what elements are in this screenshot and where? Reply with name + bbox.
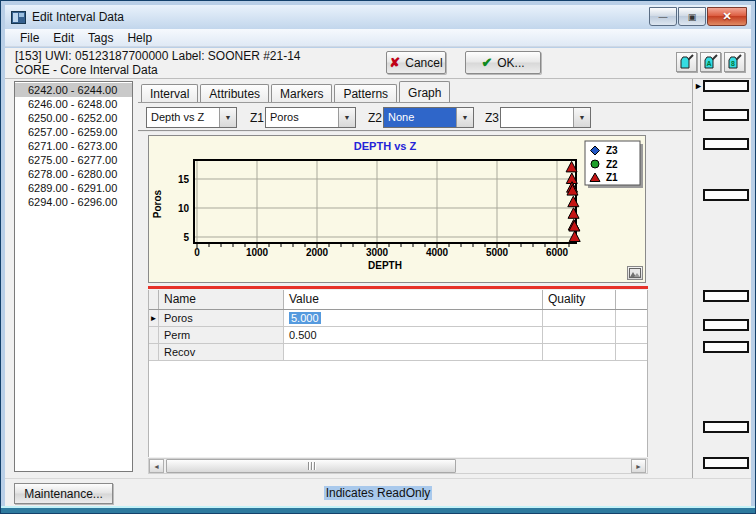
cell-name[interactable]: Perm (159, 327, 284, 344)
horizontal-scrollbar[interactable]: ◄ ► (148, 458, 648, 474)
readonly-note: Indicates ReadOnly (5, 486, 751, 500)
tab-interval[interactable]: Interval (141, 84, 198, 102)
record-info: [153] UWI: 05123187700000 Label: SOONER … (15, 49, 301, 77)
menu-item-file[interactable]: File (13, 30, 46, 46)
x-tick-label: 2000 (306, 247, 329, 258)
tab-patterns[interactable]: Patterns (334, 84, 397, 102)
tab-graph[interactable]: Graph (399, 81, 450, 102)
column-header-filler (616, 290, 647, 309)
svg-text:8: 8 (731, 60, 735, 67)
window-bottom-frame (1, 506, 756, 514)
menu-item-edit[interactable]: Edit (46, 30, 81, 46)
menu-item-tags[interactable]: Tags (81, 30, 120, 46)
cell-quality[interactable] (543, 327, 616, 344)
tab-strip: IntervalAttributesMarkersPatternsGraph (141, 82, 452, 102)
depth-strip-box[interactable] (703, 109, 749, 121)
interval-list-item[interactable]: 6289.00 - 6291.00 (15, 181, 132, 195)
main-area: 6242.00 - 6244.006246.00 - 6248.006250.0… (5, 78, 751, 478)
interval-list-item[interactable]: 6242.00 - 6244.00 (15, 83, 132, 97)
menu-bar: FileEditTagsHelp (5, 29, 751, 47)
cancel-label: Cancel (405, 56, 442, 70)
row-selector-header (149, 290, 159, 309)
z2-label: Z2 (368, 111, 382, 125)
cancel-button[interactable]: ✘ Cancel (386, 51, 446, 74)
depth-strip-box[interactable] (703, 319, 749, 331)
tag-blank-icon-button[interactable] (676, 52, 697, 72)
minimize-button[interactable]: — (649, 7, 677, 26)
column-header-quality[interactable]: Quality (543, 290, 616, 309)
ok-check-icon: ✔ (481, 55, 492, 70)
title-bar[interactable]: Edit Interval Data — ▣ ✕ (5, 5, 751, 29)
tag-toolbar: A8 (676, 52, 745, 72)
maximize-button[interactable]: ▣ (678, 7, 706, 26)
table-row[interactable]: Perm0.500 (149, 327, 647, 344)
depth-strip-box[interactable] (703, 290, 749, 302)
plot-type-combo[interactable]: Depth vs Z ▼ (146, 107, 237, 128)
plot-area (194, 160, 576, 243)
readonly-separator (148, 286, 648, 289)
scrollbar-thumb[interactable] (166, 459, 456, 473)
ok-button[interactable]: ✔ OK... (465, 51, 541, 74)
scroll-right-icon[interactable]: ► (631, 459, 646, 473)
z1-combo[interactable]: Poros ▼ (265, 107, 356, 128)
cell-value[interactable]: 0.500 (284, 327, 543, 344)
depth-strip-box[interactable] (703, 421, 749, 433)
depth-strip-box[interactable] (703, 457, 749, 469)
legend-label: Z2 (606, 159, 618, 170)
interval-list-item[interactable]: 6275.00 - 6277.00 (15, 153, 132, 167)
x-tick-label: 3000 (366, 247, 389, 258)
x-tick-label: 0 (194, 247, 200, 258)
z2-value: None (384, 108, 456, 127)
row-marker-icon (149, 327, 159, 344)
tab-markers[interactable]: Markers (271, 84, 332, 102)
tag-blank-icon (678, 54, 695, 70)
y-tick-label: 10 (178, 203, 190, 214)
chevron-down-icon[interactable]: ▼ (573, 108, 590, 127)
column-header-value[interactable]: Value (284, 290, 543, 309)
interval-list[interactable]: 6242.00 - 6244.006246.00 - 6248.006250.0… (14, 81, 133, 472)
close-button[interactable]: ✕ (707, 7, 747, 26)
chart-canvas: 010002000300040005000600051015DEPTH vs Z… (149, 136, 645, 282)
cell-value[interactable]: 5.000 (284, 310, 543, 327)
z3-combo[interactable]: ▼ (500, 107, 591, 128)
depth-strip-box[interactable] (703, 189, 749, 201)
z2-combo[interactable]: None ▼ (383, 107, 474, 128)
chevron-down-icon[interactable]: ▼ (219, 108, 236, 127)
chart-properties-button[interactable] (627, 266, 643, 280)
depth-strip-box[interactable] (703, 80, 749, 92)
interval-list-item[interactable]: 6246.00 - 6248.00 (15, 97, 132, 111)
depth-strip-box[interactable] (703, 138, 749, 150)
tag-letter-a-icon-button[interactable]: A (700, 52, 721, 72)
menu-item-help[interactable]: Help (120, 30, 159, 46)
attribute-table: Name Value Quality ►Poros5.000Perm0.500R… (148, 290, 648, 457)
interval-list-item[interactable]: 6294.00 - 6296.00 (15, 195, 132, 209)
cell-quality[interactable] (543, 310, 616, 327)
x-tick-label: 1000 (246, 247, 269, 258)
chevron-down-icon[interactable]: ▼ (456, 108, 473, 127)
cell-name[interactable]: Recov (159, 344, 284, 361)
interval-list-item[interactable]: 6271.00 - 6273.00 (15, 139, 132, 153)
bottom-bar: Maintenance... Indicates ReadOnly (5, 478, 751, 506)
tab-panel: IntervalAttributesMarkersPatternsGraph D… (138, 79, 691, 479)
table-body: ►Poros5.000Perm0.500Recov (149, 310, 647, 361)
cell-quality[interactable] (543, 344, 616, 361)
cell-name[interactable]: Poros (159, 310, 284, 327)
z1-label: Z1 (250, 111, 264, 125)
table-row[interactable]: Recov (149, 344, 647, 361)
interval-list-item[interactable]: 6250.00 - 6252.00 (15, 111, 132, 125)
interval-list-item[interactable]: 6257.00 - 6259.00 (15, 125, 132, 139)
table-row[interactable]: ►Poros5.000 (149, 310, 647, 327)
column-header-name[interactable]: Name (159, 290, 284, 309)
plot-type-value: Depth vs Z (147, 108, 219, 127)
tab-attributes[interactable]: Attributes (200, 84, 269, 102)
scroll-left-icon[interactable]: ◄ (149, 459, 164, 473)
app-icon (11, 11, 26, 24)
x-tick-label: 6000 (546, 247, 569, 258)
interval-list-item[interactable]: 6278.00 - 6280.00 (15, 167, 132, 181)
chevron-down-icon[interactable]: ▼ (338, 108, 355, 127)
x-tick-label: 5000 (486, 247, 509, 258)
depth-strip-box[interactable] (703, 341, 749, 353)
cancel-x-icon: ✘ (389, 55, 400, 70)
cell-value[interactable] (284, 344, 543, 361)
tag-pattern-icon-button[interactable]: 8 (724, 52, 745, 72)
